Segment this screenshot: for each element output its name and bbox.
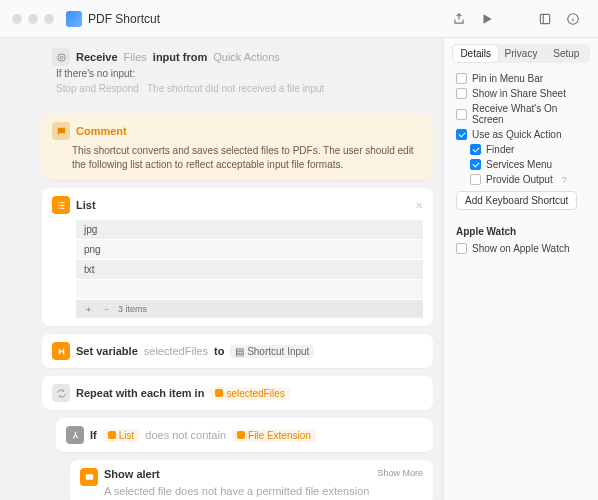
apple-watch-heading: Apple Watch: [456, 226, 590, 237]
if-action[interactable]: If List does not contain File Extension: [56, 418, 433, 452]
app-icon: [66, 11, 82, 27]
window-title: PDF Shortcut: [88, 12, 160, 26]
share-sheet-option[interactable]: Show in Share Sheet: [452, 86, 590, 101]
show-alert-action[interactable]: Show alert A selected file does not have…: [70, 460, 433, 500]
set-variable-action[interactable]: Set variable selectedFiles to ▤ Shortcut…: [42, 334, 433, 368]
svg-point-3: [60, 56, 63, 59]
svg-point-2: [57, 53, 64, 60]
list-item[interactable]: jpg: [76, 220, 423, 239]
list-item[interactable]: [76, 280, 423, 299]
receive-action[interactable]: Receive Files input from Quick Actions I…: [42, 44, 433, 106]
tab-setup[interactable]: Setup: [544, 45, 589, 62]
quick-action-option[interactable]: Use as Quick Action: [452, 127, 590, 142]
comment-icon: [52, 122, 70, 140]
provide-output-option[interactable]: Provide Output?: [452, 172, 590, 187]
share-icon[interactable]: [446, 7, 472, 31]
apple-watch-option[interactable]: Show on Apple Watch: [452, 241, 590, 256]
help-icon[interactable]: ?: [562, 175, 567, 185]
comment-action[interactable]: Comment This shortcut converts and saves…: [42, 114, 433, 180]
svg-rect-0: [540, 14, 549, 23]
details-sidebar: Details Privacy Setup Pin in Menu Bar Sh…: [443, 38, 598, 500]
receive-icon: [52, 48, 70, 66]
info-icon[interactable]: [560, 7, 586, 31]
list-item[interactable]: txt: [76, 260, 423, 279]
file-extension-token[interactable]: File Extension: [232, 429, 316, 442]
sidebar-tabs: Details Privacy Setup: [452, 44, 590, 63]
titlebar: PDF Shortcut: [0, 0, 598, 38]
alert-icon: [80, 468, 98, 486]
remove-item-icon[interactable]: －: [100, 303, 112, 315]
close-icon[interactable]: ✕: [415, 200, 423, 211]
svg-rect-4: [85, 474, 92, 480]
list-item[interactable]: png: [76, 240, 423, 259]
repeat-icon: [52, 384, 70, 402]
workflow-canvas: Receive Files input from Quick Actions I…: [0, 38, 443, 500]
add-keyboard-shortcut-button[interactable]: Add Keyboard Shortcut: [456, 191, 577, 210]
tab-details[interactable]: Details: [453, 45, 498, 62]
show-more-button[interactable]: Show More: [377, 468, 423, 478]
receive-screen-option[interactable]: Receive What's On Screen: [452, 101, 590, 127]
shortcut-input-token[interactable]: ▤ Shortcut Input: [230, 345, 314, 358]
tab-privacy[interactable]: Privacy: [498, 45, 543, 62]
add-item-icon[interactable]: ＋: [82, 303, 94, 315]
library-icon[interactable]: [532, 7, 558, 31]
branch-icon: [66, 426, 84, 444]
list-icon: [52, 196, 70, 214]
list-action[interactable]: List ✕ jpg png txt ＋ － 3 items: [42, 188, 433, 326]
play-icon[interactable]: [474, 7, 500, 31]
window-controls[interactable]: [12, 14, 54, 24]
finder-option[interactable]: Finder: [452, 142, 590, 157]
no-input-header: If there's no input:: [56, 68, 419, 79]
services-option[interactable]: Services Menu: [452, 157, 590, 172]
variable-icon: [52, 342, 70, 360]
repeat-action[interactable]: Repeat with each item in selectedFiles: [42, 376, 433, 410]
variable-token[interactable]: selectedFiles: [210, 387, 289, 400]
list-token[interactable]: List: [103, 429, 140, 442]
pin-menubar-option[interactable]: Pin in Menu Bar: [452, 71, 590, 86]
